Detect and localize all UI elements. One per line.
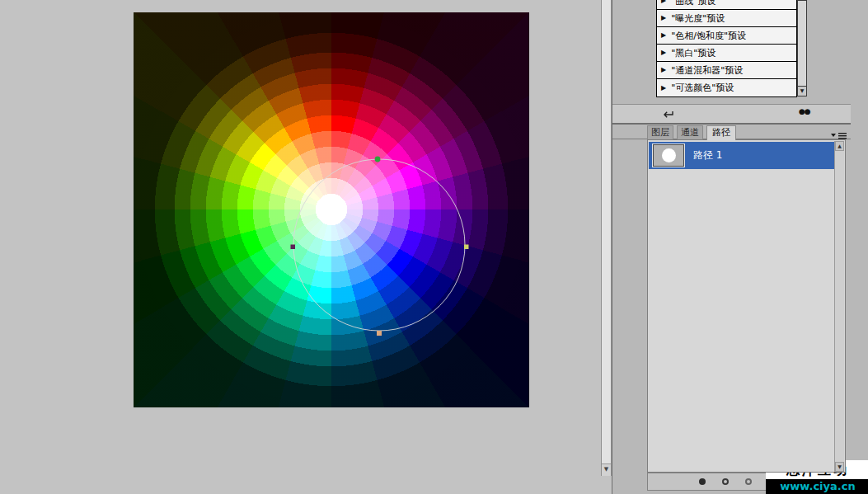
preset-row-curves[interactable]: ▶ "曲线"预设	[657, 0, 796, 10]
preset-label: "通道混和器"预设	[671, 64, 743, 77]
paths-scrollbar[interactable]: ▲ ▼	[834, 141, 844, 472]
path-thumbnail	[653, 144, 684, 167]
expander-icon: ▶	[661, 15, 666, 21]
panel-bottom-button-3[interactable]	[745, 478, 752, 485]
preset-row-hue-saturation[interactable]: ▶ "色相/饱和度"预设	[657, 27, 796, 45]
path-name-label: 路径 1	[693, 142, 722, 169]
preset-row-exposure[interactable]: ▶ "曝光度"预设	[657, 10, 796, 27]
expander-icon: ▶	[661, 85, 666, 92]
expander-icon: ▶	[661, 67, 666, 73]
right-panel-dock: ▶ "曲线"预设 ▶ "曝光度"预设 ▶ "色相/饱和度"预设 ▶ "黑白"预设…	[612, 0, 868, 494]
preset-label: "曝光度"预设	[671, 12, 725, 25]
document-scrollbar[interactable]: ▼	[601, 0, 612, 476]
scroll-down-button[interactable]: ▼	[798, 86, 806, 96]
expander-icon: ▶	[661, 32, 666, 39]
arrow-up-icon: ▲	[838, 143, 842, 148]
tab-paths[interactable]: 路径	[706, 125, 736, 140]
preset-label: "黑白"预设	[671, 47, 716, 59]
return-to-list-button[interactable]	[660, 108, 677, 120]
arrow-down-icon: ▼	[800, 87, 805, 93]
scroll-down-button[interactable]: ▼	[602, 463, 611, 476]
dual-circles-icon: ●●	[799, 107, 810, 115]
preset-label: "曲线"预设	[671, 0, 716, 7]
path-anchor-bottom[interactable]	[377, 331, 382, 336]
arrow-down-icon: ▼	[838, 463, 842, 469]
path-anchor-right[interactable]	[464, 245, 469, 250]
path-anchor-top[interactable]	[375, 157, 381, 162]
document-image[interactable]	[134, 12, 529, 407]
tab-channels[interactable]: 通道	[677, 125, 703, 139]
adjustments-bottom-bar: ●●	[612, 104, 851, 125]
scroll-up-button[interactable]: ▲	[835, 141, 844, 151]
preset-label: "色相/饱和度"预设	[671, 30, 746, 42]
path-anchor-left[interactable]	[291, 245, 296, 250]
preset-label: "可选颜色"预设	[671, 82, 734, 94]
panel-bottom-button-1[interactable]	[699, 478, 706, 485]
preset-row-selective-color[interactable]: ▶ "可选颜色"预设	[657, 79, 796, 96]
canvas-workspace[interactable]	[0, 0, 601, 494]
preset-row-channel-mixer[interactable]: ▶ "通道混和器"预设	[657, 62, 796, 79]
expander-icon: ▶	[661, 49, 666, 56]
watermark-url: www.ciya.cn	[766, 479, 868, 494]
vector-path-overlay	[134, 12, 529, 407]
panel-menu-button[interactable]	[830, 128, 848, 138]
clip-to-layer-button[interactable]: ●●	[799, 107, 810, 115]
preset-row-black-white[interactable]: ▶ "黑白"预设	[657, 45, 796, 62]
return-arrow-icon	[660, 110, 675, 120]
paths-panel[interactable]: 路径 1 ▲ ▼	[647, 139, 846, 473]
panel-tabbar: 图层 通道 路径	[647, 125, 846, 139]
expander-icon: ▶	[661, 0, 666, 4]
tab-layers[interactable]: 图层	[647, 125, 673, 139]
arrow-down-icon: ▼	[604, 466, 608, 473]
path-circle[interactable]	[293, 159, 465, 331]
path-row[interactable]: 路径 1	[649, 142, 835, 169]
adjustments-preset-list: ▶ "曲线"预设 ▶ "曝光度"预设 ▶ "色相/饱和度"预设 ▶ "黑白"预设…	[656, 0, 797, 97]
thumbnail-circle-shape	[662, 148, 676, 162]
panel-bottom-button-2[interactable]	[722, 478, 729, 485]
preset-list-scrollbar[interactable]: ▼	[797, 0, 807, 96]
photoshop-window: ▼ ▶ "曲线"预设 ▶ "曝光度"预设 ▶ "色相/饱和度"预设 ▶ "黑白"…	[0, 0, 868, 494]
scroll-down-button[interactable]: ▼	[835, 462, 844, 472]
